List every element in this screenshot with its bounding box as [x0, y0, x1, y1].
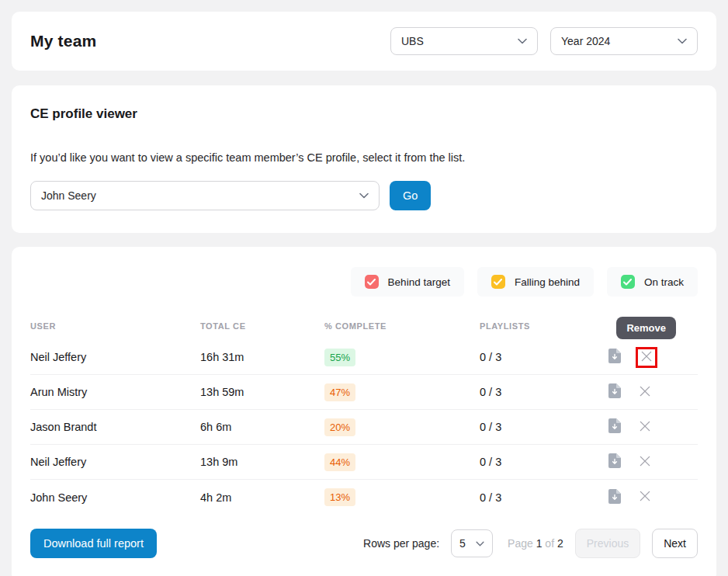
percent-badge: 55% — [324, 349, 355, 366]
download-report-row-button[interactable] — [605, 453, 624, 471]
user-cell: Neil Jeffery — [30, 351, 200, 363]
playlists-cell: 0 / 3 — [480, 421, 605, 433]
column-header-playlists: Playlists — [480, 321, 605, 331]
user-cell: Jason Brandt — [30, 421, 200, 433]
playlists-cell: 0 / 3 — [480, 491, 605, 504]
chevron-down-icon — [476, 541, 484, 547]
legend-item[interactable]: Falling behind — [477, 267, 594, 297]
total-ce-cell: 13h 9m — [200, 456, 324, 468]
year-select[interactable]: Year 2024 — [550, 27, 698, 55]
of-word: of — [545, 537, 554, 550]
total-ce-cell: 4h 2m — [200, 491, 324, 504]
download-report-row-button[interactable] — [605, 348, 624, 366]
column-header-percent-complete: % Complete — [324, 321, 480, 331]
pagination: Rows per page: 5 Page 1 of 2 Previous Ne… — [363, 529, 698, 558]
document-download-icon — [608, 349, 621, 366]
legend-item-label: Behind target — [388, 276, 450, 288]
chevron-down-icon — [678, 38, 687, 44]
table-header-row: User Total CE % Complete Playlists — [30, 317, 698, 340]
page-title: My team — [30, 32, 96, 50]
header-selects: UBS Year 2024 — [390, 27, 698, 55]
team-table-card: Behind target Falling behind On track Re… — [12, 247, 716, 576]
member-select-value: John Seery — [41, 189, 96, 202]
download-report-row-button[interactable] — [605, 383, 624, 401]
chevron-down-icon — [518, 38, 527, 44]
profile-viewer-controls: John Seery Go — [30, 181, 698, 210]
profile-viewer-title: CE profile viewer — [30, 106, 698, 122]
table-row: John Seery 4h 2m 13% 0 / 3 — [30, 480, 698, 515]
percent-complete-cell: 47% — [324, 383, 480, 401]
total-ce-cell: 6h 6m — [200, 421, 324, 433]
legend-item[interactable]: Behind target — [351, 267, 464, 297]
user-cell: Arun Mistry — [30, 386, 200, 398]
percent-complete-cell: 44% — [324, 453, 480, 471]
rows-per-page-value: 5 — [459, 537, 466, 550]
total-ce-cell: 13h 59m — [200, 386, 324, 398]
close-icon — [639, 420, 651, 435]
go-button[interactable]: Go — [390, 181, 431, 210]
document-download-icon — [608, 453, 621, 470]
page-total: 2 — [557, 537, 563, 550]
organisation-select-value: UBS — [401, 35, 424, 47]
checkbox-checked-icon — [365, 275, 379, 289]
remove-row-button[interactable] — [636, 347, 657, 368]
close-icon — [639, 490, 651, 505]
column-header-total-ce: Total CE — [200, 321, 324, 331]
document-download-icon — [608, 383, 621, 401]
page-indicator: Page 1 of 2 — [508, 537, 563, 550]
percent-badge: 47% — [324, 383, 355, 401]
actions-cell — [605, 453, 698, 471]
table-row: Neil Jeffery 16h 31m 55% 0 / 3 — [30, 340, 698, 375]
percent-complete-cell: 55% — [324, 349, 480, 366]
page-current: 1 — [536, 537, 543, 550]
percent-badge: 20% — [324, 418, 355, 436]
organisation-select[interactable]: UBS — [390, 27, 538, 55]
header-card: My team UBS Year 2024 — [12, 12, 716, 71]
chevron-down-icon — [359, 193, 369, 199]
next-page-button[interactable]: Next — [652, 529, 698, 558]
table-row: Jason Brandt 6h 6m 20% 0 / 3 — [30, 410, 698, 445]
page-word: Page — [508, 537, 533, 550]
actions-cell — [605, 488, 698, 507]
profile-viewer-card: CE profile viewer If you’d like you want… — [12, 85, 716, 233]
member-select[interactable]: John Seery — [30, 181, 380, 210]
rows-per-page-label: Rows per page: — [363, 537, 439, 550]
download-full-report-button[interactable]: Download full report — [30, 529, 157, 558]
percent-badge: 44% — [324, 453, 355, 471]
checkbox-checked-icon — [491, 275, 505, 289]
actions-cell — [605, 347, 698, 368]
user-cell: John Seery — [30, 491, 200, 504]
team-table: Remove User Total CE % Complete Playlist… — [30, 317, 698, 558]
year-select-value: Year 2024 — [561, 35, 610, 47]
playlists-cell: 0 / 3 — [480, 351, 605, 363]
total-ce-cell: 16h 31m — [200, 351, 324, 363]
table-body: Neil Jeffery 16h 31m 55% 0 / 3 — [30, 340, 698, 515]
close-icon — [640, 350, 653, 365]
table-row: Arun Mistry 13h 59m 47% 0 / 3 — [30, 375, 698, 410]
legend-item[interactable]: On track — [607, 267, 698, 297]
remove-row-button[interactable] — [636, 488, 654, 507]
percent-badge: 13% — [324, 488, 355, 506]
document-download-icon — [608, 489, 621, 506]
column-header-user: User — [30, 321, 200, 331]
remove-row-button[interactable] — [636, 453, 654, 471]
table-row: Neil Jeffery 13h 9m 44% 0 / 3 — [30, 445, 698, 480]
close-icon — [639, 455, 651, 470]
previous-page-button[interactable]: Previous — [575, 529, 640, 558]
playlists-cell: 0 / 3 — [480, 456, 605, 468]
legend-item-label: Falling behind — [515, 276, 580, 288]
close-icon — [639, 385, 651, 400]
download-report-row-button[interactable] — [605, 488, 624, 507]
actions-cell — [605, 383, 698, 401]
rows-per-page-select[interactable]: 5 — [451, 529, 493, 557]
remove-row-button[interactable] — [636, 418, 654, 436]
table-footer: Download full report Rows per page: 5 Pa… — [30, 529, 698, 558]
remove-tooltip: Remove — [616, 317, 676, 339]
remove-row-button[interactable] — [636, 383, 654, 401]
profile-viewer-description: If you’d like you want to view a specifi… — [30, 151, 698, 164]
user-cell: Neil Jeffery — [30, 456, 200, 468]
actions-cell — [605, 418, 698, 436]
download-report-row-button[interactable] — [605, 418, 624, 436]
legend-row: Behind target Falling behind On track — [30, 267, 698, 297]
checkbox-checked-icon — [621, 275, 635, 289]
